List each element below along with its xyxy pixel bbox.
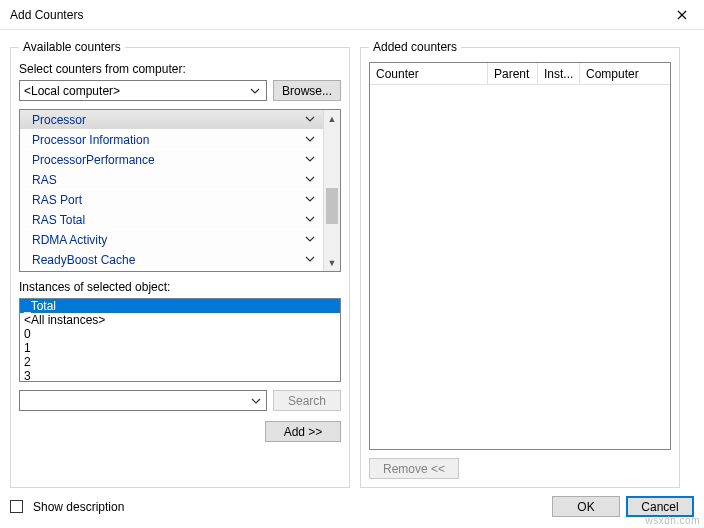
counter-item[interactable]: RAS Port [20, 190, 323, 210]
titlebar: Add Counters [0, 0, 704, 30]
instance-item[interactable]: 2 [20, 355, 340, 369]
added-counters-table[interactable]: Counter Parent Inst... Computer [369, 62, 671, 450]
show-description-label: Show description [33, 500, 124, 514]
close-icon [677, 10, 687, 20]
counter-list: ProcessorProcessor InformationProcessorP… [19, 109, 341, 272]
counter-item-label: RDMA Activity [32, 233, 107, 247]
added-counters-legend: Added counters [369, 40, 461, 54]
column-parent[interactable]: Parent [488, 63, 538, 85]
counter-item[interactable]: ProcessorPerformance [20, 150, 323, 170]
chevron-down-icon [305, 234, 315, 246]
column-computer[interactable]: Computer [580, 63, 670, 85]
computer-combobox-value: <Local computer> [24, 84, 120, 98]
instances-label: Instances of selected object: [19, 280, 341, 294]
scroll-down-icon[interactable]: ▼ [324, 254, 340, 271]
chevron-down-icon [305, 174, 315, 186]
instance-item[interactable]: 0 [20, 327, 340, 341]
added-counters-group: Added counters Counter Parent Inst... Co… [360, 40, 680, 488]
table-header: Counter Parent Inst... Computer [370, 63, 670, 85]
chevron-down-icon [247, 82, 264, 99]
counter-item[interactable]: ReadyBoost Cache [20, 250, 323, 270]
computer-combobox[interactable]: <Local computer> [19, 80, 267, 101]
instance-item[interactable]: 3 [20, 369, 340, 382]
counter-item-label: RAS Port [32, 193, 82, 207]
dialog-footer: Show description OK Cancel [0, 492, 704, 525]
search-input[interactable] [19, 390, 267, 411]
counter-item-label: ProcessorPerformance [32, 153, 155, 167]
counter-item-label: Processor [32, 113, 86, 127]
scroll-thumb[interactable] [326, 188, 338, 224]
available-counters-group: Available counters Select counters from … [10, 40, 350, 488]
window-title: Add Counters [10, 8, 660, 22]
counter-item[interactable]: RAS Total [20, 210, 323, 230]
scroll-up-icon[interactable]: ▲ [324, 110, 340, 127]
chevron-down-icon [305, 114, 315, 126]
add-button[interactable]: Add >> [265, 421, 341, 442]
chevron-down-icon [305, 254, 315, 266]
counter-item[interactable]: Processor Information [20, 130, 323, 150]
column-inst[interactable]: Inst... [538, 63, 580, 85]
counter-item-label: Processor Information [32, 133, 149, 147]
column-counter[interactable]: Counter [370, 63, 488, 85]
search-button[interactable]: Search [273, 390, 341, 411]
instance-item[interactable]: 1 [20, 341, 340, 355]
dialog-body: Available counters Select counters from … [0, 30, 704, 492]
counter-item[interactable]: Processor [20, 110, 323, 130]
counter-item[interactable]: RAS [20, 170, 323, 190]
available-counters-legend: Available counters [19, 40, 125, 54]
counter-item-label: RAS [32, 173, 57, 187]
close-button[interactable] [660, 0, 704, 30]
counter-item-label: RAS Total [32, 213, 85, 227]
browse-button[interactable]: Browse... [273, 80, 341, 101]
cancel-button[interactable]: Cancel [626, 496, 694, 517]
select-computer-label: Select counters from computer: [19, 62, 341, 76]
counter-item-label: ReadyBoost Cache [32, 253, 135, 267]
remove-button[interactable]: Remove << [369, 458, 459, 479]
chevron-down-icon [305, 154, 315, 166]
chevron-down-icon [305, 134, 315, 146]
chevron-down-icon [247, 392, 264, 409]
chevron-down-icon [305, 214, 315, 226]
instances-list[interactable]: _Total<All instances>0123 [19, 298, 341, 382]
instance-item[interactable]: _Total [20, 299, 340, 313]
instance-item[interactable]: <All instances> [20, 313, 340, 327]
ok-button[interactable]: OK [552, 496, 620, 517]
counter-item[interactable]: RDMA Activity [20, 230, 323, 250]
show-description-checkbox[interactable] [10, 500, 23, 513]
chevron-down-icon [305, 194, 315, 206]
scrollbar[interactable]: ▲ ▼ [323, 110, 340, 271]
